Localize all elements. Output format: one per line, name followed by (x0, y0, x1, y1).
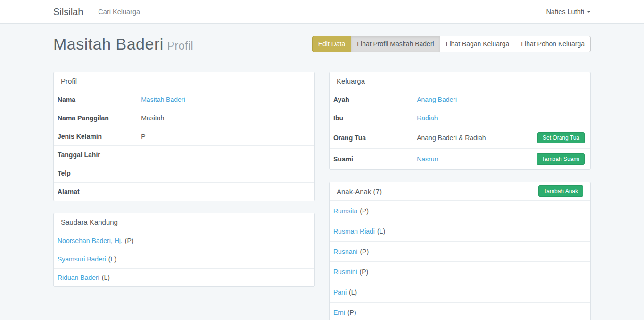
person-link[interactable]: Syamsuri Baderi (58, 255, 106, 263)
field-value[interactable]: Radiah (417, 114, 586, 122)
family-panel-heading: Keluarga (330, 72, 590, 90)
profile-row: Alamat (54, 182, 314, 201)
child-row: Rumsita (P) (330, 201, 590, 221)
gender-label: (P) (360, 268, 369, 276)
gender-label: (P) (360, 207, 369, 215)
person-link[interactable]: Pani (333, 288, 347, 296)
gender-label: (P) (347, 309, 356, 316)
person-link[interactable]: Noorsehan Baderi, Hj. (58, 237, 123, 244)
caret-down-icon (587, 11, 591, 13)
right-column: Keluarga Ayah Anang Baderi Ibu Radiah (329, 72, 591, 320)
family-row: Ayah Anang Baderi (330, 90, 590, 109)
view-profile-button[interactable]: Lihat Profil Masitah Baderi (351, 36, 440, 53)
sibling-row: Syamsuri Baderi (L) (54, 250, 314, 268)
child-row: Rusman Riadi (L) (330, 221, 590, 241)
person-link[interactable]: Riduan Baderi (58, 274, 99, 281)
children-panel: Anak-Anak (7) Tambah Anak Rumsita (P) Ru… (329, 182, 591, 320)
family-row: Suami Nasrun Tambah Suami (330, 148, 590, 169)
field-label: Orang Tua (333, 134, 417, 142)
person-link[interactable]: Erni (333, 309, 345, 316)
field-label: Telp (58, 169, 141, 177)
field-value: P (141, 133, 311, 140)
view-family-chart-button[interactable]: Lihat Bagan Keluarga (440, 36, 516, 53)
add-child-button[interactable]: Tambah Anak (538, 185, 583, 197)
sibling-row: Noorsehan Baderi, Hj. (P) (54, 231, 314, 250)
gender-label: (P) (360, 248, 369, 255)
profile-row: Tanggal Lahir (54, 145, 314, 164)
page-header: Masitah BaderiProfil Edit Data Lihat Pro… (53, 35, 591, 59)
field-label: Nama (58, 96, 141, 103)
field-value[interactable]: Anang Baderi & Radiah (417, 134, 537, 142)
gender-label: (P) (125, 237, 134, 244)
profile-panel-heading: Profil (54, 72, 314, 90)
field-value: Masitah Baderi (141, 96, 311, 103)
family-table: Ayah Anang Baderi Ibu Radiah Orang Tua (330, 90, 590, 169)
field-value[interactable]: Nasrun (417, 155, 537, 163)
main-content: Masitah BaderiProfil Edit Data Lihat Pro… (46, 35, 598, 320)
person-link[interactable]: Rusmini (333, 268, 357, 276)
profile-row: Telp (54, 164, 314, 182)
gender-label: (L) (108, 255, 116, 263)
profile-panel-title: Profil (61, 77, 77, 85)
family-action-button[interactable]: Set Orang Tua (537, 132, 585, 143)
profile-table: Nama Masitah Baderi Nama Panggilan Masit… (54, 90, 314, 201)
page-subtitle: Profil (167, 40, 193, 52)
family-action-button[interactable]: Tambah Suami (537, 153, 585, 165)
user-dropdown[interactable]: Nafies Luthfi (546, 8, 591, 16)
gender-label: (L) (102, 274, 110, 281)
person-link[interactable]: Rusman Riadi (333, 227, 375, 235)
navbar: Silsilah Cari Keluarga Nafies Luthfi (0, 0, 644, 24)
brand-silsilah[interactable]: Silsilah (53, 7, 83, 17)
view-family-tree-button[interactable]: Lihat Pohon Keluarga (515, 36, 591, 53)
siblings-panel-heading: Saudara Kandung (54, 213, 314, 231)
profile-row: Nama Masitah Baderi (54, 90, 314, 109)
family-row: Orang Tua Anang Baderi & Radiah Set Oran… (330, 127, 590, 148)
family-row: Ibu Radiah (330, 109, 590, 127)
siblings-panel-title: Saudara Kandung (61, 218, 118, 226)
nav-link-cari-keluarga[interactable]: Cari Keluarga (98, 8, 140, 16)
child-row: Pani (L) (330, 282, 590, 302)
child-row: Rusmini (P) (330, 261, 590, 282)
left-column: Profil Nama Masitah Baderi Nama Panggila… (53, 72, 315, 299)
family-panel: Keluarga Ayah Anang Baderi Ibu Radiah (329, 72, 591, 170)
field-value: Masitah (141, 114, 311, 122)
page-title: Masitah BaderiProfil (53, 35, 193, 53)
person-name-title: Masitah Baderi (53, 35, 164, 53)
field-value[interactable]: Anang Baderi (417, 96, 586, 103)
siblings-list: Noorsehan Baderi, Hj. (P) Syamsuri Bader… (54, 231, 314, 286)
child-row: Rusnani (P) (330, 241, 590, 261)
field-label: Tanggal Lahir (58, 151, 141, 159)
field-label: Ibu (333, 114, 417, 122)
children-panel-title: Anak-Anak (7) (337, 187, 382, 195)
field-label: Alamat (58, 188, 141, 195)
gender-label: (L) (377, 227, 385, 235)
gender-label: (L) (349, 288, 357, 296)
child-row: Erni (P) (330, 302, 590, 320)
action-button-group: Edit Data Lihat Profil Masitah Baderi Li… (312, 36, 591, 53)
profile-row: Jenis Kelamin P (54, 127, 314, 145)
profile-row: Nama Panggilan Masitah (54, 109, 314, 127)
person-link[interactable]: Rusnani (333, 248, 357, 255)
field-label: Suami (333, 155, 417, 163)
field-label: Ayah (333, 96, 417, 103)
person-link[interactable]: Rumsita (333, 207, 357, 215)
sibling-row: Riduan Baderi (L) (54, 268, 314, 286)
field-label: Jenis Kelamin (58, 133, 141, 140)
children-panel-heading: Anak-Anak (7) Tambah Anak (330, 182, 590, 201)
children-list: Rumsita (P) Rusman Riadi (L) Rusnani (P) (330, 201, 590, 320)
user-name: Nafies Luthfi (546, 8, 584, 16)
field-label: Nama Panggilan (58, 114, 141, 122)
siblings-panel: Saudara Kandung Noorsehan Baderi, Hj. (P… (53, 213, 315, 287)
family-panel-title: Keluarga (337, 77, 365, 85)
edit-data-button[interactable]: Edit Data (312, 36, 352, 53)
profile-panel: Profil Nama Masitah Baderi Nama Panggila… (53, 72, 315, 201)
